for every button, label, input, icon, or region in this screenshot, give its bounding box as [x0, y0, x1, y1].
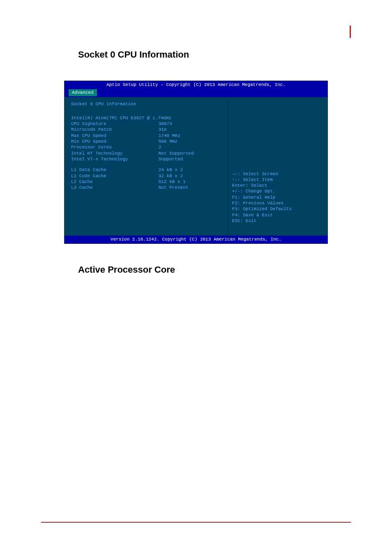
bios-tab-bar: Advanced	[65, 88, 327, 97]
bios-help-panel: →←: Select Screen ↑↓: Select Item Enter:…	[228, 97, 327, 236]
bios-label: L1 Data Cache	[71, 167, 159, 173]
bios-footer: Version 2.16.1242. Copyright (C) 2013 Am…	[65, 236, 327, 243]
bios-value: Supported	[159, 156, 222, 162]
heading-active-core: Active Processor Core	[78, 264, 351, 275]
bios-label: Min CPU Speed	[71, 139, 159, 144]
bios-help-line: Enter: Select	[232, 183, 323, 188]
bios-help-line: F1: General Help	[232, 195, 323, 200]
bios-info-row: L1 Data Cache24 kB x 2	[71, 167, 222, 173]
bios-label: L1 Code Cache	[71, 173, 159, 179]
bios-panel-header: Socket 0 CPU Information	[71, 101, 222, 107]
bios-help-line: F2: Previous Values	[232, 200, 323, 206]
bios-value: Not Supported	[159, 151, 222, 156]
bios-value: 1740 MHz	[159, 133, 222, 139]
bios-label: L3 Cache	[71, 185, 159, 190]
bios-help-line: F3: Optimized Defaults	[232, 206, 323, 212]
bios-title: Aptio Setup Utility – Copyright (C) 2013…	[65, 81, 327, 88]
bios-cpu-name: Intel(R) Atom(TM) CPU E3827 @ 1.74GHz	[71, 115, 222, 121]
bios-label: Max CPU Speed	[71, 133, 159, 139]
bios-value: 500 MHz	[159, 139, 222, 144]
bios-info-row: Intel VT-x TechnologySupported	[71, 156, 222, 162]
bios-label: L2 Cache	[71, 179, 159, 185]
bios-main-panel: Socket 0 CPU Information Intel(R) Atom(T…	[65, 97, 228, 236]
bios-info-row: CPU Signature30673	[71, 121, 222, 127]
bios-info-row: Microcode Patch31e	[71, 127, 222, 132]
bios-label: Microcode Patch	[71, 127, 159, 132]
bios-info-row: L2 Cache512 kB x 1	[71, 179, 222, 185]
bios-value: 30673	[159, 121, 222, 127]
bios-info-row: Intel HT TechnologyNot Supported	[71, 151, 222, 156]
bios-info-row: Processor Cores2	[71, 144, 222, 150]
footer-rule	[41, 522, 351, 523]
bios-label: CPU Signature	[71, 121, 159, 127]
bios-value: Not Present	[159, 185, 222, 190]
bios-info-row: L1 Code Cache32 kB x 2	[71, 173, 222, 179]
bios-help-line: +/-: Change Opt.	[232, 188, 323, 194]
bios-value: 31e	[159, 127, 222, 132]
bios-help-line: ↑↓: Select Item	[232, 177, 323, 183]
bios-info-row: Max CPU Speed1740 MHz	[71, 133, 222, 139]
bios-help-line: F4: Save & Exit	[232, 212, 323, 218]
bios-value: 2	[159, 144, 222, 150]
bios-value: 24 kB x 2	[159, 167, 222, 173]
bios-label: Processor Cores	[71, 144, 159, 150]
bios-label: Intel VT-x Technology	[71, 156, 159, 162]
heading-socket0: Socket 0 CPU Information	[78, 49, 351, 60]
page-corner-marker	[350, 25, 351, 38]
bios-help-line: →←: Select Screen	[232, 171, 323, 177]
bios-info-row: Min CPU Speed500 MHz	[71, 139, 222, 144]
bios-info-row: L3 CacheNot Present	[71, 185, 222, 190]
bios-label: Intel HT Technology	[71, 151, 159, 156]
bios-help-line: ESC: Exit	[232, 218, 323, 224]
bios-value: 512 kB x 1	[159, 179, 222, 185]
bios-tab-advanced: Advanced	[69, 89, 97, 96]
bios-value: 32 kB x 2	[159, 173, 222, 179]
bios-screenshot: Aptio Setup Utility – Copyright (C) 2013…	[64, 81, 328, 244]
